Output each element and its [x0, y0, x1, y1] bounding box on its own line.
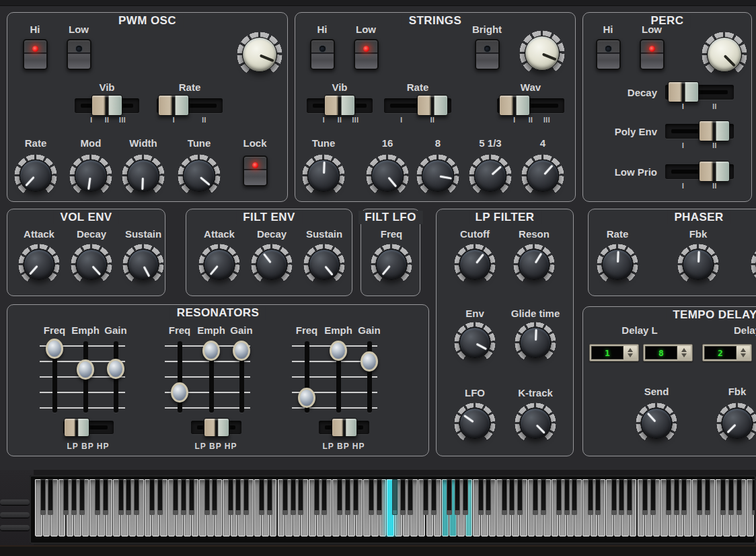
- black-key[interactable]: [681, 479, 687, 515]
- black-key[interactable]: [189, 479, 194, 515]
- res2-emph-slider[interactable]: [200, 339, 222, 418]
- stepper-spinner[interactable]: [623, 346, 637, 359]
- black-key[interactable]: [408, 479, 413, 515]
- delay-send-knob[interactable]: [636, 403, 677, 444]
- black-key[interactable]: [478, 479, 484, 515]
- strings-4-knob[interactable]: [521, 154, 564, 197]
- black-key[interactable]: [322, 479, 327, 515]
- black-key[interactable]: [533, 479, 538, 515]
- strings-vib-switch[interactable]: IIIIII: [307, 98, 373, 128]
- black-key[interactable]: [595, 479, 601, 515]
- filt-lfo-freq-knob[interactable]: [371, 244, 412, 285]
- res3-emph-slider[interactable]: [328, 339, 349, 418]
- black-key[interactable]: [509, 479, 515, 515]
- strings-16-knob[interactable]: [366, 154, 409, 197]
- pwm-rate-switch[interactable]: III: [157, 98, 223, 128]
- black-key[interactable]: [63, 479, 69, 515]
- filt-env-sustain-knob[interactable]: [303, 244, 345, 285]
- slider-handle[interactable]: [171, 382, 188, 403]
- strings-hi-button[interactable]: [310, 39, 335, 70]
- black-key[interactable]: [564, 479, 570, 515]
- phaser-partial-knob[interactable]: [751, 244, 756, 285]
- switch-handle[interactable]: [699, 161, 730, 182]
- filt-env-attack-knob[interactable]: [198, 244, 240, 285]
- perc-hi-button[interactable]: [596, 39, 621, 70]
- black-key[interactable]: [134, 479, 139, 515]
- black-key[interactable]: [235, 479, 241, 515]
- pwm-vib-switch[interactable]: IIIIII: [75, 98, 139, 128]
- black-key[interactable]: [400, 479, 406, 515]
- vol-env-sustain-knob[interactable]: [122, 244, 164, 285]
- pwm-rate-knob[interactable]: [14, 154, 57, 197]
- black-key[interactable]: [377, 479, 382, 515]
- black-key[interactable]: [95, 479, 100, 515]
- delay-l-denominator-stepper[interactable]: 8: [643, 344, 693, 361]
- black-key[interactable]: [572, 479, 577, 515]
- black-key[interactable]: [314, 479, 319, 515]
- slider-handle[interactable]: [46, 339, 63, 359]
- black-key[interactable]: [345, 479, 350, 515]
- switch-handle[interactable]: [204, 418, 229, 437]
- black-key[interactable]: [486, 479, 491, 515]
- black-key[interactable]: [728, 479, 734, 515]
- black-key[interactable]: [517, 479, 523, 515]
- black-key[interactable]: [282, 479, 288, 515]
- lp-env-knob[interactable]: [454, 322, 496, 363]
- perc-poly-env-switch[interactable]: III: [665, 124, 734, 153]
- black-key[interactable]: [588, 479, 593, 515]
- black-key[interactable]: [720, 479, 726, 515]
- perc-volume-knob[interactable]: [702, 32, 747, 77]
- black-key[interactable]: [204, 479, 210, 515]
- res3-gain-slider[interactable]: [358, 339, 380, 418]
- black-key[interactable]: [353, 479, 358, 515]
- black-key[interactable]: [502, 479, 507, 515]
- black-key[interactable]: [369, 479, 374, 515]
- vol-env-attack-knob[interactable]: [18, 244, 60, 285]
- res2-gain-slider[interactable]: [231, 339, 252, 418]
- stepper-spinner[interactable]: [736, 346, 750, 359]
- black-key[interactable]: [267, 479, 272, 515]
- black-key[interactable]: [455, 479, 460, 515]
- black-key[interactable]: [423, 479, 428, 515]
- strings-rate-switch[interactable]: III: [384, 98, 451, 128]
- black-key[interactable]: [259, 479, 264, 515]
- strings-8-knob[interactable]: [416, 154, 459, 197]
- black-key[interactable]: [752, 479, 755, 515]
- delay-l-numerator-stepper[interactable]: 1: [589, 344, 639, 361]
- black-key[interactable]: [291, 479, 296, 515]
- lp-glide-knob[interactable]: [515, 322, 556, 363]
- slider-handle[interactable]: [202, 341, 220, 361]
- switch-handle[interactable]: [158, 95, 189, 116]
- lp-cutoff-knob[interactable]: [454, 244, 496, 285]
- switch-handle[interactable]: [499, 95, 530, 116]
- black-key[interactable]: [103, 479, 108, 515]
- res2-freq-slider[interactable]: [169, 339, 190, 418]
- lp-ktrack-knob[interactable]: [515, 403, 556, 444]
- slider-handle[interactable]: [233, 341, 250, 361]
- black-key[interactable]: [650, 479, 656, 515]
- slider-handle[interactable]: [77, 359, 94, 380]
- lp-reson-knob[interactable]: [513, 244, 555, 285]
- black-key[interactable]: [228, 479, 233, 515]
- switch-handle[interactable]: [324, 95, 355, 116]
- black-key[interactable]: [642, 479, 648, 515]
- stepper-spinner[interactable]: [677, 346, 691, 359]
- black-key[interactable]: [392, 479, 398, 515]
- black-key[interactable]: [674, 479, 679, 515]
- switch-handle[interactable]: [668, 81, 699, 102]
- black-key[interactable]: [666, 479, 671, 515]
- lp-lfo-knob[interactable]: [454, 403, 496, 444]
- res1-gain-slider[interactable]: [105, 339, 126, 418]
- switch-handle[interactable]: [332, 418, 357, 437]
- phaser-fbk-knob[interactable]: [677, 244, 719, 285]
- pwm-mod-knob[interactable]: [69, 154, 112, 197]
- pwm-tune-knob[interactable]: [178, 154, 221, 197]
- perc-low-button[interactable]: [640, 39, 665, 70]
- black-key[interactable]: [705, 479, 710, 515]
- slider-handle[interactable]: [361, 351, 378, 372]
- switch-handle[interactable]: [91, 95, 122, 116]
- black-key[interactable]: [40, 479, 46, 515]
- strings-tune-knob[interactable]: [302, 154, 345, 197]
- black-key[interactable]: [212, 479, 217, 515]
- strings-volume-knob[interactable]: [519, 30, 565, 76]
